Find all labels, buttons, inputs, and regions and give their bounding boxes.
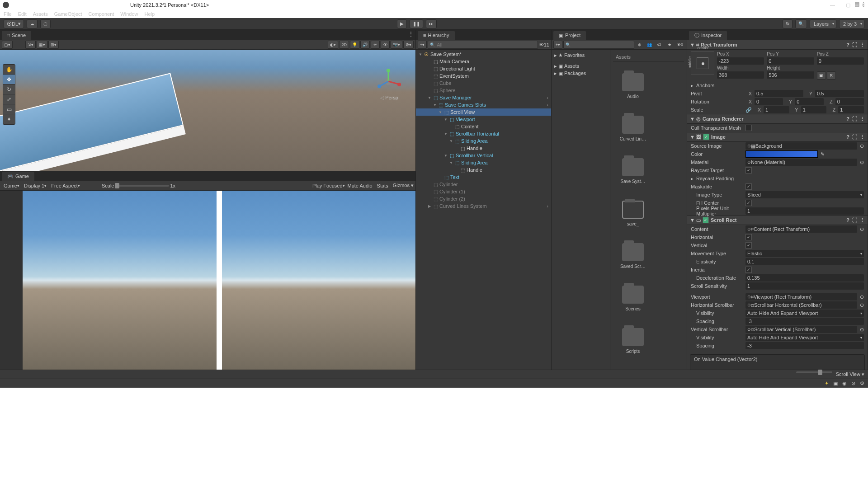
hierarchy-item[interactable]: ⬚Cube bbox=[416, 80, 551, 87]
menu-window[interactable]: Window bbox=[120, 11, 138, 17]
transform-tool[interactable]: ✦ bbox=[3, 114, 15, 124]
height-field[interactable]: 506 bbox=[767, 71, 814, 79]
project-zoom-slider[interactable] bbox=[796, 371, 832, 373]
project-filter-2[interactable]: 👥 bbox=[645, 41, 654, 49]
scale-x-field[interactable]: 1 bbox=[764, 106, 789, 113]
project-grid[interactable]: Assets AudioCurved Lin…Save Syst…save_Sa… bbox=[610, 50, 687, 370]
tab-scene[interactable]: ⌗ Scene bbox=[2, 31, 31, 40]
project-item[interactable]: Scenes bbox=[614, 278, 652, 319]
project-search[interactable]: 🔍 bbox=[563, 41, 634, 49]
hierarchy-item[interactable]: ⬚EventSystem bbox=[416, 72, 551, 80]
lighting-button[interactable]: 💡 bbox=[350, 41, 359, 49]
menu-assets[interactable]: Assets bbox=[33, 11, 48, 17]
blueprint-button[interactable]: ▣ bbox=[817, 71, 826, 80]
menu-help[interactable]: Help bbox=[144, 11, 155, 17]
canvas-renderer-header[interactable]: ▼ ◎ Canvas Renderer?⛶⋮ bbox=[687, 114, 868, 124]
menu-edit[interactable]: Edit bbox=[18, 11, 27, 17]
fx-button[interactable]: ✳ bbox=[371, 41, 380, 49]
status-icon-4[interactable]: ⊘ bbox=[851, 380, 855, 386]
material-picker-icon[interactable]: ⊙ bbox=[860, 160, 864, 165]
scale-slider[interactable] bbox=[115, 185, 169, 187]
favorites-row[interactable]: ▸★Favorites bbox=[553, 52, 608, 59]
project-hidden[interactable]: 👁0 bbox=[675, 41, 685, 49]
play-focused-dropdown[interactable]: Play Focused ▾ bbox=[311, 182, 347, 190]
move-tool[interactable]: ✥ bbox=[3, 75, 15, 84]
posz-field[interactable]: 0 bbox=[817, 57, 864, 65]
pause-button[interactable]: ❚❚ bbox=[410, 19, 423, 28]
hierarchy-item[interactable]: ⬚Handle bbox=[416, 166, 551, 174]
project-item[interactable]: Scripts bbox=[614, 320, 652, 361]
hierarchy-item[interactable]: ▼⬚Save Games Slots› bbox=[416, 101, 551, 108]
width-field[interactable]: 368 bbox=[717, 71, 764, 79]
color-picker-icon[interactable]: ✎ bbox=[821, 151, 825, 157]
tab-hierarchy[interactable]: ≡ Hierarchy bbox=[418, 31, 455, 40]
rotate-tool[interactable]: ↻ bbox=[3, 84, 15, 94]
horizontal-checkbox[interactable]: ✓ bbox=[745, 234, 752, 240]
shaded-dropdown[interactable]: ▢▾ bbox=[2, 41, 13, 49]
tab-game[interactable]: 🎮 Game bbox=[2, 172, 34, 181]
sens-field[interactable]: 1 bbox=[745, 282, 864, 290]
inertia-checkbox[interactable]: ✓ bbox=[745, 267, 752, 273]
vsb-vis-dropdown[interactable]: Auto Hide And Expand Viewport bbox=[745, 334, 864, 341]
cloud-button[interactable]: ☁ bbox=[27, 19, 38, 28]
elasticity-field[interactable]: 0.1 bbox=[745, 258, 864, 265]
create-dropdown[interactable]: +▾ bbox=[418, 41, 427, 49]
viewport-field[interactable]: ⌗ Viewport (Rect Transform) bbox=[745, 293, 857, 300]
rect-tool[interactable]: ▭ bbox=[3, 104, 15, 114]
gizmos-dropdown[interactable]: Gizmos ▾ bbox=[393, 183, 414, 188]
hierarchy-item[interactable]: ▼⬚Save Manager› bbox=[416, 94, 551, 101]
game-panel-menu[interactable]: ⋮ bbox=[408, 31, 414, 37]
perspective-label[interactable]: ◁ Persp bbox=[380, 95, 398, 101]
hsb-field[interactable]: ⧈ Scrollbar Horizontal (Scrollbar) bbox=[745, 301, 857, 309]
raycast-checkbox[interactable]: ✓ bbox=[745, 167, 752, 174]
status-icon-2[interactable]: ▣ bbox=[833, 380, 838, 386]
tab-project[interactable]: ▣ Project bbox=[553, 31, 586, 40]
material-field[interactable]: None (Material) bbox=[745, 159, 857, 166]
grid-button[interactable]: ▦▾ bbox=[37, 41, 47, 49]
view-tool[interactable]: ✋ bbox=[3, 65, 15, 75]
content-field[interactable]: ⌗ Content (Rect Transform) bbox=[745, 225, 857, 233]
aspect-dropdown[interactable]: Free Aspect ▾ bbox=[49, 182, 82, 190]
minimize-button[interactable]: — bbox=[830, 2, 835, 8]
hierarchy-item[interactable]: ⬚Sphere bbox=[416, 87, 551, 94]
hsb-vis-dropdown[interactable]: Auto Hide And Expand Viewport bbox=[745, 310, 864, 317]
image-type-dropdown[interactable]: Sliced bbox=[745, 191, 864, 198]
version-control-button[interactable]: ◌ bbox=[40, 19, 51, 28]
undo-history-button[interactable]: ↻ bbox=[783, 19, 793, 28]
scroll-rect-header[interactable]: ▼ ▭ ✓ Scroll Rect?⛶⋮ bbox=[687, 215, 868, 225]
color-field[interactable] bbox=[745, 150, 818, 158]
hidden-button[interactable]: 👁 bbox=[381, 41, 390, 49]
posy-field[interactable]: 0 bbox=[767, 57, 814, 65]
orientation-gizmo-icon[interactable] bbox=[375, 68, 402, 95]
snap-button[interactable]: ⊞▾ bbox=[48, 41, 59, 49]
pivot-y-field[interactable]: 0.5 bbox=[815, 90, 864, 97]
step-button[interactable]: ⏭ bbox=[426, 19, 437, 28]
project-filter-1[interactable]: ⊕ bbox=[635, 41, 644, 49]
decel-field[interactable]: 0.135 bbox=[745, 274, 864, 282]
layout-dropdown[interactable]: 2 by 3 bbox=[839, 19, 864, 28]
hierarchy-item[interactable]: ⬚Text bbox=[416, 174, 551, 181]
pivot-button[interactable]: ⇲▾ bbox=[25, 41, 36, 49]
audio-button[interactable]: 🔊 bbox=[360, 41, 370, 49]
search-button[interactable]: 🔍 bbox=[795, 19, 807, 28]
draw-mode-button[interactable]: ◐▾ bbox=[328, 41, 338, 49]
rot-y-field[interactable]: 0 bbox=[795, 98, 823, 105]
status-icon-3[interactable]: ◉ bbox=[842, 380, 847, 386]
camera-button[interactable]: 📷▾ bbox=[391, 41, 402, 49]
hierarchy-search[interactable]: 🔍 All bbox=[428, 41, 538, 49]
movement-type-dropdown[interactable]: Elastic bbox=[745, 250, 864, 257]
inspector-body[interactable]: ▼ ⌗ Rect Transform?⛶⋮ center middle Pos … bbox=[687, 40, 868, 370]
hierarchy-item[interactable]: ⬚Directional Light bbox=[416, 65, 551, 72]
hierarchy-body[interactable]: ▼⦿Save System* ⬚Main Camera⬚Directional … bbox=[416, 50, 551, 370]
menu-gameobject[interactable]: GameObject bbox=[54, 11, 82, 17]
scale-tool[interactable]: ⤢ bbox=[3, 94, 15, 104]
rot-z-field[interactable]: 0 bbox=[835, 98, 864, 105]
posx-field[interactable]: -223 bbox=[717, 57, 764, 65]
tab-inspector[interactable]: ⓘ Inspector bbox=[689, 31, 727, 40]
vertical-checkbox[interactable]: ✓ bbox=[745, 242, 752, 249]
hierarchy-item[interactable]: ▼⬚Scrollbar Vertical bbox=[416, 152, 551, 159]
project-tree[interactable]: ▸★Favorites ▸▣Assets ▸▣Packages bbox=[552, 50, 610, 370]
vsb-field[interactable]: ⧈ Scrollbar Vertical (Scrollbar) bbox=[745, 326, 857, 333]
menu-file[interactable]: File bbox=[4, 11, 12, 17]
hierarchy-item[interactable]: ▼⬚Scroll View bbox=[416, 108, 551, 116]
